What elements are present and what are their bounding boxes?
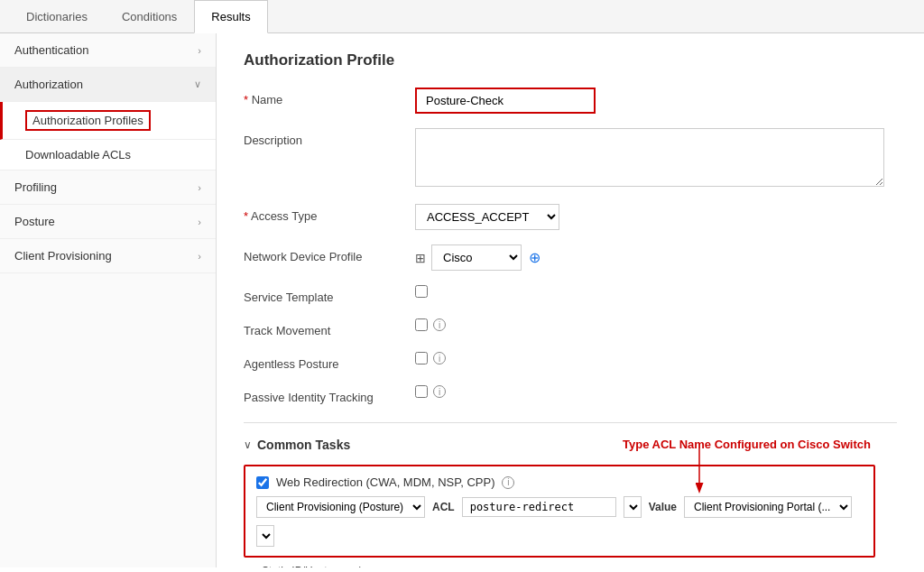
top-tab-bar: Dictionaries Conditions Results: [0, 0, 924, 33]
form-row-passive-identity: Passive Identity Tracking i: [244, 385, 897, 404]
service-template-wrapper: [415, 285, 897, 298]
web-redirect-sub: Client Provisioning (Posture) ACL Value …: [256, 496, 863, 547]
sidebar-label-posture: Posture: [14, 215, 55, 228]
sidebar-item-posture[interactable]: Posture ›: [0, 205, 216, 239]
agentless-posture-wrapper: i: [415, 352, 897, 364]
static-ip-row: Static IP/Host name/FQDN: [244, 565, 897, 567]
web-redirect-checkbox[interactable]: [256, 476, 269, 489]
track-movement-info-icon[interactable]: i: [433, 318, 446, 331]
sidebar-label-authentication: Authentication: [14, 43, 88, 57]
name-field-wrapper: [415, 88, 897, 114]
value-select[interactable]: Client Provisioning Portal (...: [684, 496, 852, 518]
sidebar-label-profiling: Profiling: [14, 180, 57, 194]
chevron-right-icon-profiling: ›: [198, 182, 201, 193]
sidebar-label-client-provisioning: Client Provisioning: [14, 249, 112, 263]
form-row-ndp: Network Device Profile ⊞ Cisco ⊕: [244, 244, 897, 271]
form-row-name: * Name: [244, 88, 897, 114]
sidebar-item-authorization[interactable]: Authorization ∨: [0, 68, 216, 102]
description-field-wrapper: [415, 128, 897, 189]
chevron-right-icon-posture: ›: [198, 217, 201, 227]
track-movement-wrapper: i: [415, 318, 897, 331]
agentless-posture-info-icon[interactable]: i: [433, 352, 446, 364]
tab-results[interactable]: Results: [194, 0, 267, 33]
track-movement-label: Track Movement: [244, 318, 415, 337]
form-row-track-movement: Track Movement i: [244, 318, 897, 337]
web-redirect-header: Web Redirection (CWA, MDM, NSP, CPP) i: [256, 475, 863, 489]
downloadable-acls-label: Downloadable ACLs: [25, 148, 131, 161]
sidebar-item-authorization-profiles[interactable]: Authorization Profiles: [0, 102, 216, 140]
main-content: Authorization Profile * Name Description…: [217, 33, 924, 567]
common-tasks-title: Common Tasks: [257, 438, 350, 452]
web-redirect-info-icon[interactable]: i: [502, 476, 514, 489]
description-textarea[interactable]: [415, 128, 884, 187]
agentless-posture-label: Agentless Posture: [244, 352, 415, 371]
authorization-profiles-label: Authorization Profiles: [25, 110, 151, 131]
passive-identity-label: Passive Identity Tracking: [244, 385, 415, 404]
sidebar-item-profiling[interactable]: Profiling ›: [0, 171, 216, 205]
passive-identity-wrapper: i: [415, 385, 897, 398]
ndp-wrapper: ⊞ Cisco ⊕: [415, 244, 897, 271]
chevron-down-icon: ∨: [194, 78, 201, 90]
acl-input[interactable]: [462, 497, 616, 517]
client-provisioning-select[interactable]: Client Provisioning (Posture): [256, 496, 425, 518]
sidebar-item-authentication[interactable]: Authentication ›: [0, 33, 216, 68]
service-template-label: Service Template: [244, 285, 415, 304]
form-row-access-type: * Access Type ACCESS_ACCEPT ACCESS_REJEC…: [244, 204, 897, 230]
sidebar-item-downloadable-acls[interactable]: Downloadable ACLs: [0, 140, 216, 171]
acl-dropdown[interactable]: [624, 496, 642, 518]
chevron-right-icon-client-provisioning: ›: [198, 251, 201, 262]
main-layout: Authentication › Authorization ∨ Authori…: [0, 33, 924, 567]
agentless-posture-checkbox[interactable]: [415, 352, 428, 364]
annotation-arrow: [672, 448, 726, 494]
access-type-label: * Access Type: [244, 204, 415, 223]
web-redirect-box: Web Redirection (CWA, MDM, NSP, CPP) i C…: [244, 465, 875, 558]
tab-dictionaries[interactable]: Dictionaries: [9, 0, 105, 33]
sidebar-sub-authorization: Authorization Profiles Downloadable ACLs: [0, 102, 216, 171]
ndp-select[interactable]: Cisco: [431, 244, 522, 271]
access-type-wrapper: ACCESS_ACCEPT ACCESS_REJECT: [415, 204, 897, 230]
passive-identity-checkbox[interactable]: [415, 385, 428, 398]
acl-label: ACL: [432, 501, 455, 513]
form-row-service-template: Service Template: [244, 285, 897, 304]
form-row-agentless-posture: Agentless Posture i: [244, 352, 897, 371]
page-title: Authorization Profile: [244, 51, 897, 69]
form-row-description: Description: [244, 128, 897, 189]
web-redirect-label: Web Redirection (CWA, MDM, NSP, CPP): [276, 475, 494, 489]
ndp-add-icon[interactable]: ⊕: [529, 249, 541, 266]
value-dropdown[interactable]: [256, 525, 274, 547]
access-type-select[interactable]: ACCESS_ACCEPT ACCESS_REJECT: [415, 204, 559, 230]
network-device-icon: ⊞: [415, 251, 426, 265]
service-template-checkbox[interactable]: [415, 285, 428, 298]
sidebar-item-client-provisioning[interactable]: Client Provisioning ›: [0, 239, 216, 273]
sidebar-label-authorization: Authorization: [14, 78, 83, 91]
name-input[interactable]: [415, 88, 596, 114]
passive-identity-info-icon[interactable]: i: [433, 385, 446, 398]
section-divider: [244, 422, 897, 423]
sidebar: Authentication › Authorization ∨ Authori…: [0, 33, 217, 567]
name-label: * Name: [244, 88, 415, 106]
chevron-right-icon: ›: [198, 45, 201, 56]
tab-conditions[interactable]: Conditions: [105, 0, 194, 33]
value-label: Value: [649, 501, 677, 513]
collapse-icon[interactable]: ∨: [244, 438, 252, 451]
track-movement-checkbox[interactable]: [415, 318, 428, 331]
annotation-area: Type ACL Name Configured on Cisco Switch…: [244, 465, 875, 558]
ndp-label: Network Device Profile: [244, 244, 415, 263]
static-ip-label: Static IP/Host name/FQDN: [262, 565, 360, 567]
annotation-text: Type ACL Name Configured on Cisco Switch: [623, 438, 871, 451]
description-label: Description: [244, 128, 415, 147]
